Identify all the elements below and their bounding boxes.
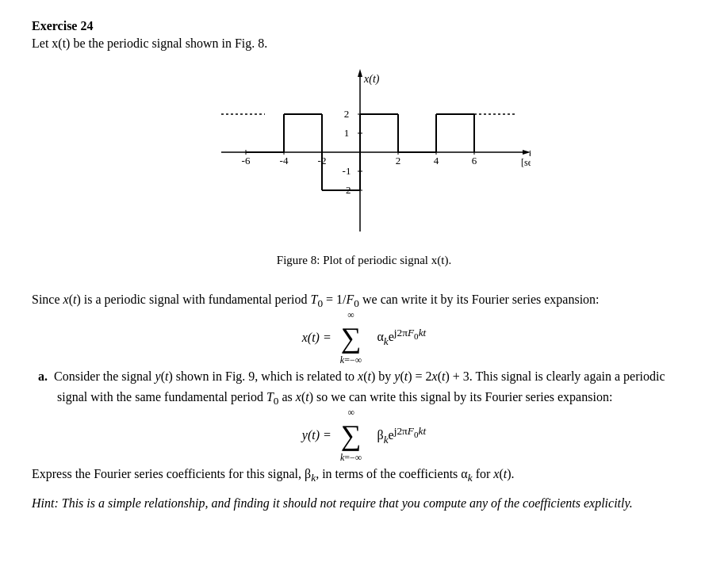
svg-text:1: 1	[344, 127, 350, 139]
exercise-title: Exercise 24	[32, 19, 696, 33]
figure-container: x(t) t [sec] 2 1 -1 -2	[32, 65, 696, 281]
formula-y-lhs: y(t) =	[302, 428, 331, 442]
formula-x: x(t) = ∞ ∑ k=−∞ αkej2πF0kt	[32, 323, 696, 352]
svg-text:2: 2	[396, 155, 401, 166]
svg-text:4: 4	[434, 155, 439, 166]
express-text: Express the Fourier series coefficients …	[32, 464, 696, 487]
svg-text:-4: -4	[280, 155, 289, 166]
svg-text:[sec]: [sec]	[521, 157, 531, 168]
formula-y: y(t) = ∞ ∑ k=−∞ βkej2πF0kt	[32, 421, 696, 450]
hint-text: Hint: This is a simple relationship, and…	[32, 493, 696, 514]
svg-text:2: 2	[344, 108, 350, 120]
part-a: a. Consider the signal y(t) shown in Fig…	[32, 366, 696, 515]
signal-plot: x(t) t [sec] 2 1 -1 -2	[197, 65, 531, 247]
formula-y-term: βkej2πF0kt	[377, 425, 427, 446]
svg-text:x(t): x(t)	[363, 73, 380, 86]
figure-caption: Figure 8: Plot of periodic signal x(t).	[277, 254, 451, 267]
svg-text:-6: -6	[242, 155, 251, 166]
svg-text:6: 6	[472, 155, 477, 166]
svg-marker-3	[358, 69, 362, 77]
svg-text:-1: -1	[343, 165, 351, 177]
intro-text: Let x(t) be the periodic signal shown in…	[32, 36, 696, 51]
description-text: Since x(t) is a periodic signal with fun…	[32, 289, 696, 312]
formula-x-term: αkej2πF0kt	[377, 327, 426, 348]
sigma-y: ∞ ∑ k=−∞	[341, 421, 362, 450]
exercise-section: Exercise 24 Let x(t) be the periodic sig…	[32, 19, 696, 515]
formula-x-lhs: x(t) =	[302, 331, 331, 345]
sigma-x: ∞ ∑ k=−∞	[341, 323, 362, 352]
part-a-text: a. Consider the signal y(t) shown in Fig…	[32, 366, 696, 411]
